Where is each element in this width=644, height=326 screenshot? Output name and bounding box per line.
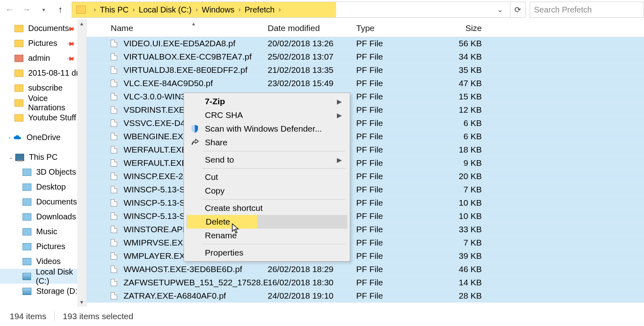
menu-item-share[interactable]: Share [186,136,347,149]
back-button[interactable]: ← [2,2,17,17]
sidebar-this-pc[interactable]: ⌄This PC [0,150,86,165]
caret-icon: › [9,135,10,140]
chevron-right-icon[interactable]: › [279,6,281,13]
sidebar-item-music[interactable]: Music [0,224,86,239]
library-folder-icon [23,198,31,206]
table-row[interactable]: VLC.EXE-84AC9D50.pf23/02/2018 15:49PF Fi… [87,77,644,90]
menu-item-rename[interactable]: Rename [186,229,347,242]
file-icon [111,279,117,286]
table-row[interactable]: WINSCP.EXE-28ACPF File20 KB [87,170,644,183]
search-placeholder: Search Prefetch [534,5,592,14]
file-size: 47 KB [433,78,489,88]
column-type[interactable]: Type [352,23,433,33]
menu-item-send-to[interactable]: Send to▶ [186,153,347,167]
address-bar[interactable]: › This PC › Local Disk (C:) › Windows › … [72,2,510,18]
onedrive-icon [13,134,22,141]
file-size: 7 KB [433,238,489,248]
sidebar-scrollbar[interactable]: ▲ ▼ [77,19,86,307]
breadcrumb-local-disk[interactable]: Local Disk (C:) [139,5,192,14]
breadcrumb-this-pc[interactable]: This PC [100,5,128,14]
table-row[interactable]: WERFAULT.EXE-C3PF File9 KB [87,157,644,170]
sidebar-item-2015-08-11-dr[interactable]: 2015-08-11 dr [0,66,86,80]
address-dropdown[interactable]: ⌄ [494,5,506,14]
table-row[interactable]: WMPLAYER.EXE-7PF File39 KB [87,250,644,263]
chevron-right-icon[interactable]: › [132,6,134,13]
history-dropdown[interactable]: ▾ [36,2,51,17]
sidebar-drive-1[interactable]: Storage (D:) [0,284,86,299]
menu-item-properties[interactable]: Properties [186,246,347,260]
file-size: 9 KB [433,158,489,168]
table-row[interactable]: WINSCP-5.13-SETPF File7 KB [87,183,644,196]
sidebar-item-3d-objects[interactable]: 3D Objects [0,165,86,180]
table-row[interactable]: VLC-3.0.0-WIN32.PF File15 KB [87,90,644,103]
submenu-arrow-icon: ▶ [314,98,342,105]
refresh-button[interactable]: ⟳ [510,2,526,18]
table-row[interactable]: WBENGINE.EXE-BPF File6 KB [87,130,644,143]
table-row[interactable]: WINSCP-5.13-SETPF File10 KB [87,210,644,223]
table-row[interactable]: VIDEO.UI.EXE-ED5A2DA8.pf20/02/2018 13:26… [87,37,644,50]
menu-item-cut[interactable]: Cut [186,170,347,184]
table-row[interactable]: WMIPRVSE.EXE-8PF File7 KB [87,236,644,250]
table-row[interactable]: VIRTUALBOX.EXE-CC9B7EA7.pf25/02/2018 13:… [87,50,644,64]
sidebar-item-documents[interactable]: Documents📌 [0,21,86,36]
breadcrumb-prefetch[interactable]: Prefetch [245,5,275,14]
sidebar-item-youtube-stuff[interactable]: Youtube Stuff [0,110,86,125]
sidebar-item-downloads[interactable]: Downloads [0,209,86,224]
file-icon [111,199,117,206]
sidebar-item-documents[interactable]: Documents [0,194,86,209]
file-type: PF File [352,278,433,287]
sidebar-item-pictures[interactable]: Pictures [0,239,86,254]
table-row[interactable]: WINSTORE.APP.EXPF File33 KB [87,223,644,236]
sidebar-item-pictures[interactable]: Pictures📌 [0,36,86,51]
table-row[interactable]: WINSCP-5.13-SETPF File10 KB [87,196,644,210]
menu-item-delete-highlight[interactable]: Delete [187,215,257,229]
chevron-right-icon[interactable]: › [94,6,96,13]
folder-icon [14,40,23,47]
column-date[interactable]: Date modified [268,23,352,33]
table-row[interactable]: WWAHOST.EXE-3ED6BE6D.pf26/02/2018 18:29P… [87,263,644,276]
scroll-up-icon[interactable]: ▲ [79,19,84,28]
sidebar-onedrive[interactable]: ›OneDrive [0,130,86,145]
chevron-right-icon[interactable]: › [196,6,198,13]
sidebar-item-desktop[interactable]: Desktop [0,180,86,194]
file-size: 7 KB [433,185,489,194]
submenu-arrow-icon: ▶ [314,156,342,164]
sidebar-item-voice-narrations[interactable]: Voice Narrations [0,95,86,110]
table-row[interactable]: VIRTUALDJ8.EXE-8E0EDFF2.pf21/02/2018 13:… [87,64,644,77]
sidebar-drive-0[interactable]: Local Disk (C:) [0,269,86,284]
scroll-down-icon[interactable]: ▼ [79,298,84,307]
menu-item-delete[interactable]: Delete [186,215,347,229]
sidebar-item-subscribe[interactable]: subscribe [0,80,86,95]
file-size: 56 KB [433,39,489,48]
chevron-right-icon[interactable]: › [238,6,240,13]
file-name: VLC.EXE-84AC9D50.pf [124,78,213,88]
up-button[interactable]: ↑ [53,2,68,17]
file-date: 24/02/2018 19:10 [268,291,352,301]
table-row[interactable]: ZAFWSETUPWEB_151_522_17528.EX-AC23E27F..… [87,276,644,289]
sidebar-item-videos[interactable]: Videos [0,254,86,269]
table-row[interactable]: ZATRAY.EXE-A6840AF0.pf24/02/2018 19:10PF… [87,289,644,303]
file-type: PF File [352,92,433,101]
column-size[interactable]: Size [433,23,489,33]
breadcrumb-windows[interactable]: Windows [202,5,234,14]
search-input[interactable]: Search Prefetch [530,2,644,18]
table-row[interactable]: WERFAULT.EXE-72PF File18 KB [87,143,644,157]
menu-item-scan-with-windows-defender-[interactable]: Scan with Windows Defender... [186,122,347,136]
forward-button[interactable]: → [19,2,34,17]
sidebar-item-admin[interactable]: admin📌 [0,51,86,66]
file-size: 6 KB [433,118,489,128]
file-icon [111,120,117,127]
file-icon [111,80,117,87]
file-icon [111,213,117,220]
caret-icon: ⌄ [9,155,13,160]
menu-item-create-shortcut[interactable]: Create shortcut [186,201,347,215]
menu-item-crc-sha[interactable]: CRC SHA▶ [186,108,347,122]
column-name[interactable]: Name ▲ [87,23,268,33]
menu-item-copy[interactable]: Copy [186,184,347,198]
menu-item-7-zip[interactable]: 7-Zip▶ [186,95,347,108]
table-row[interactable]: VSSVC.EXE-D44DPF File6 KB [87,117,644,130]
file-type: PF File [352,291,433,301]
table-row[interactable]: VSDRINST.EXE-43PF File12 KB [87,103,644,117]
file-type: PF File [352,145,433,155]
file-type: PF File [352,211,433,221]
